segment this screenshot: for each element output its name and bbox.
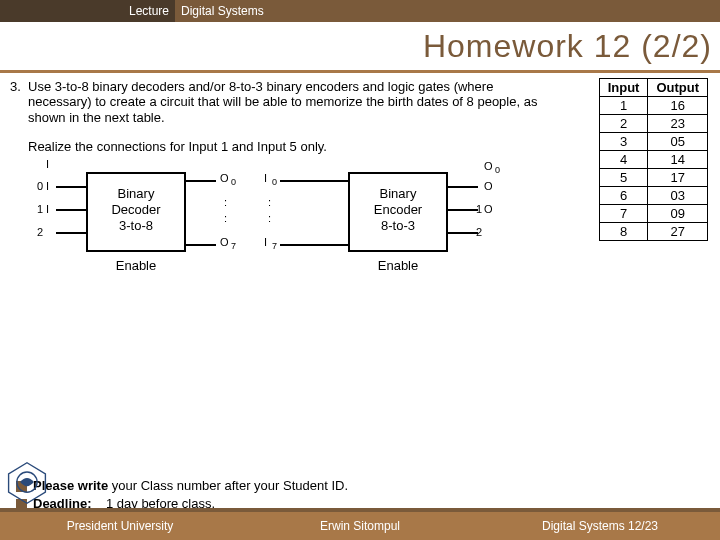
top-bar: Lecture Digital Systems [0,0,720,22]
pin-sub: 0 [495,165,500,175]
title-bar: Homework 12 (2/2) [0,22,720,70]
enable-label-decoder: Enable [86,258,186,273]
wire [186,180,216,182]
pin-dots: : [224,196,227,208]
block-line: Decoder [88,202,184,218]
note-row: Please write your Class number after you… [10,478,710,494]
pin-label: O [220,236,229,248]
pin-sub: 1 [476,203,482,215]
wire [280,180,348,182]
university-logo-icon [4,460,50,506]
table-row: 603 [599,187,707,205]
table-row: 116 [599,97,707,115]
table-row: 223 [599,115,707,133]
pin-label: I [264,172,267,184]
pin-sub: 1 [37,203,43,215]
wire [56,186,86,188]
table-row: 517 [599,169,707,187]
pin-sub: 7 [231,241,236,251]
wire [448,232,478,234]
wire [56,232,86,234]
footer-right: Digital Systems 12/23 [480,519,720,533]
pin-sub: 0 [37,180,43,192]
table-head-output: Output [648,79,708,97]
wire [448,186,478,188]
block-line: Binary [350,186,446,202]
block-line: 8-to-3 [350,218,446,234]
block-line: 3-to-8 [88,218,184,234]
pin-label: O [484,203,493,215]
pin-sub: 0 [272,177,277,187]
pin-label: O [484,180,493,192]
table-header-row: Input Output [599,79,707,97]
table-row: 305 [599,133,707,151]
decoder-block: Binary Decoder 3-to-8 [86,172,186,252]
table-row: 827 [599,223,707,241]
note-text: Please write your Class number after you… [33,478,348,494]
lecture-label: Lecture [0,0,175,22]
io-table: Input Output 116 223 305 414 517 603 709… [599,78,708,241]
pin-dots: : [268,212,271,224]
problem-number: 3. [10,79,28,125]
circuit-diagram: I 0 I 1 I 2 Binary Decoder 3-to-8 O 0 : … [28,158,548,298]
pin-sub: 7 [272,241,277,251]
wire [448,209,478,211]
table-row: 709 [599,205,707,223]
wire [280,244,348,246]
course-name: Digital Systems [175,0,720,22]
encoder-block: Binary Encoder 8-to-3 [348,172,448,252]
footer-left: President University [0,519,240,533]
block-line: Binary [88,186,184,202]
pin-label: I [46,203,49,215]
pin-sub: 2 [476,226,482,238]
footer-mid: Erwin Sitompul [240,519,480,533]
footer: President University Erwin Sitompul Digi… [0,512,720,540]
pin-label: I [264,236,267,248]
wire [186,244,216,246]
table-head-input: Input [599,79,648,97]
table-row: 414 [599,151,707,169]
wire [56,209,86,211]
pin-label: I [46,180,49,192]
pin-dots: : [224,212,227,224]
page-title: Homework 12 (2/2) [423,28,712,65]
enable-label-encoder: Enable [348,258,448,273]
pin-sub: 0 [231,177,236,187]
block-line: Encoder [350,202,446,218]
pin-label: I [46,158,49,170]
pin-sub: 2 [37,226,43,238]
pin-label: O [484,160,493,172]
pin-dots: : [268,196,271,208]
pin-label: O [220,172,229,184]
